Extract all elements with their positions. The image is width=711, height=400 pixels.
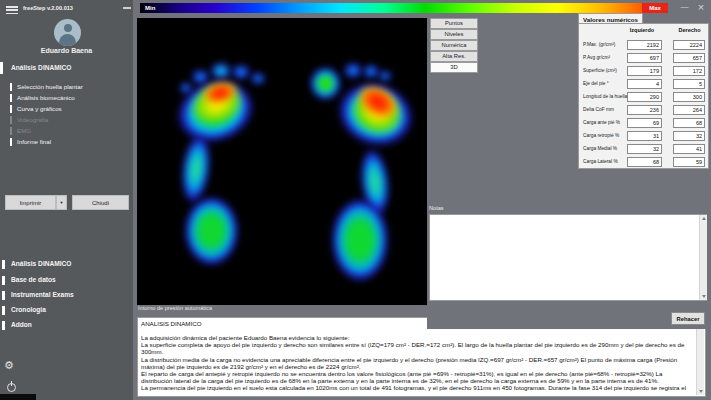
sidebar-item-label: Addon: [11, 321, 32, 328]
value-box: 69: [627, 118, 662, 128]
value-row-pavg: P.Avg gr/cm² 697 657: [579, 51, 708, 64]
value-row-carga-lateral: Carga Lateral % 68 59: [579, 155, 708, 168]
sidebar-item-curva-graficos[interactable]: Curva y gráficos: [0, 104, 133, 114]
sidebar-item-label: Videografia: [17, 116, 48, 123]
value-box: 172: [673, 66, 705, 76]
pressure-blob: [331, 198, 389, 282]
value-row-delta-cof: Delta CoF mm 236 264: [579, 103, 708, 116]
sidebar-item-seleccion-huella[interactable]: Selección huella plantar: [0, 82, 133, 92]
numeric-values-panel: Valores numéricos Izquierdo Derecho P.Ma…: [578, 13, 709, 169]
scroll-up-icon[interactable]: [702, 217, 706, 220]
value-box: 4: [627, 79, 662, 89]
row-label: Eje del pie °: [583, 81, 627, 86]
freestep-app-window: freeStep v.2.00.013 Eduardo Baena Anális…: [0, 0, 711, 400]
sidebar-item-emg: EMG: [0, 126, 133, 136]
pressure-blob: [210, 62, 232, 80]
avatar-head-shape: [64, 24, 73, 33]
view-button-puntos[interactable]: Puntos: [430, 18, 478, 29]
pressure-blob: [378, 70, 392, 82]
value-box: 2224: [673, 40, 705, 50]
view-button-numerica[interactable]: Numérica: [430, 40, 478, 51]
close-exam-button[interactable]: Chiudi: [72, 195, 129, 210]
sidebar-item-addon[interactable]: Addon: [0, 320, 133, 331]
menu-icon[interactable]: [6, 6, 18, 14]
power-icon[interactable]: [7, 383, 16, 392]
print-dropdown-button[interactable]: ▼: [56, 195, 67, 210]
sidebar-item-cronologia[interactable]: Cronologia: [0, 305, 133, 316]
value-row-pmax: P.Max. (gr/cm²) 2192 2224: [579, 38, 708, 51]
scroll-down-icon[interactable]: [702, 295, 706, 298]
sidebar-item-analisis-dinamico[interactable]: Análisis DINAMICO: [0, 259, 133, 270]
sidebar-collapse-icon[interactable]: [123, 7, 131, 9]
sidebar-item-label: EMG: [17, 127, 31, 134]
sidebar-item-label: Cronologia: [11, 306, 46, 313]
sidebar-item-instrumental-exams[interactable]: Instrumental Exams: [0, 290, 133, 301]
print-button[interactable]: Imprimir: [5, 195, 56, 210]
item-accent-bar: [10, 116, 12, 124]
report-text: ANALISIS DINAMICO La adquisición dinámic…: [141, 320, 693, 394]
value-box: 657: [673, 53, 705, 63]
sidebar-item-label: Análisis biomecánico: [17, 94, 75, 101]
gear-icon[interactable]: ⚙: [4, 360, 14, 371]
scroll-down-icon[interactable]: [699, 390, 703, 393]
report-paragraph: La superficie completa de apoyo del pie …: [141, 341, 693, 355]
value-box: 697: [627, 53, 662, 63]
item-accent-bar: [10, 127, 12, 135]
report-paragraph: La adquisición dinámica del paciente Edu…: [141, 334, 693, 341]
report-paragraph: El reparto de carga del antepié y retrop…: [141, 370, 693, 384]
item-accent-bar: [10, 94, 12, 102]
view-button-niveles[interactable]: Niveles: [430, 29, 478, 40]
values-rows: P.Max. (gr/cm²) 2192 2224 P.Avg gr/cm² 6…: [579, 38, 708, 168]
item-accent-bar: [2, 321, 5, 330]
item-accent-bar: [2, 306, 5, 315]
sidebar-item-informe-final[interactable]: Informe final: [0, 137, 133, 147]
view-button-3d[interactable]: 3D: [430, 62, 478, 73]
patient-name: Eduardo Baena: [0, 47, 133, 54]
notes-label: Notas: [429, 205, 444, 211]
notes-textarea[interactable]: [429, 214, 707, 301]
view-button-alta-res[interactable]: Alta Res.: [430, 51, 478, 62]
value-box: 264: [673, 105, 705, 115]
row-label: Delta CoF mm: [583, 107, 627, 112]
row-label: P.Max. (gr/cm²): [583, 42, 627, 47]
report-textarea[interactable]: ANALISIS DINAMICO La adquisición dinámic…: [137, 317, 706, 397]
pressure-map-right-foot: [295, 50, 415, 302]
row-label: Longitud de la huella (mm): [583, 94, 627, 99]
sidebar-item-analisis-biomecanico[interactable]: Análisis biomecánico: [0, 93, 133, 103]
sidebar-item-base-de-datos[interactable]: Base de datos: [0, 275, 133, 286]
value-box: 31: [627, 131, 662, 141]
report-paragraph: La permanencia del pie izquierdo en el s…: [141, 384, 693, 394]
value-box: 59: [673, 157, 705, 167]
panel-gap: [427, 301, 711, 329]
pressure-blob: [250, 72, 266, 85]
section-accent-bar: [0, 62, 3, 74]
row-label: P.Avg gr/cm²: [583, 55, 627, 60]
pressure-map-canvas: [137, 18, 427, 305]
report-paragraph: La distribución media de la carga no evi…: [141, 356, 693, 370]
colorbar-max-label: Max: [642, 3, 668, 13]
item-accent-bar: [10, 105, 12, 113]
row-label: Superficie (cm²): [583, 68, 627, 73]
sidebar-item-label: Selección huella plantar: [17, 83, 83, 90]
item-accent-bar: [2, 276, 5, 285]
report-scrollbar[interactable]: [696, 319, 704, 395]
pressure-blob: [310, 67, 341, 100]
value-box: 68: [627, 157, 662, 167]
column-header-right: Derecho: [671, 27, 708, 33]
column-header-left: Izquierdo: [619, 27, 665, 33]
pressure-blob: [231, 64, 251, 80]
canvas-caption: Intorno de presión automática: [138, 305, 212, 311]
notes-scrollbar[interactable]: [699, 215, 707, 300]
sidebar-item-label: Análisis DINAMICO: [11, 260, 71, 267]
minimize-icon[interactable]: —: [678, 0, 691, 13]
pressure-map-left-foot: [169, 56, 279, 291]
item-accent-bar: [2, 291, 5, 300]
value-box: 290: [627, 92, 662, 102]
sidebar-item-label: Base de datos: [11, 276, 56, 283]
value-box: 236: [627, 105, 662, 115]
close-icon[interactable]: ×: [694, 0, 708, 13]
row-label: Carga Lateral %: [583, 159, 627, 164]
value-row-carga-antepie: Carga ante pié % 69 68: [579, 116, 708, 129]
redo-button[interactable]: Rehacer: [671, 312, 705, 325]
row-label: Carga Medial %: [583, 146, 627, 151]
